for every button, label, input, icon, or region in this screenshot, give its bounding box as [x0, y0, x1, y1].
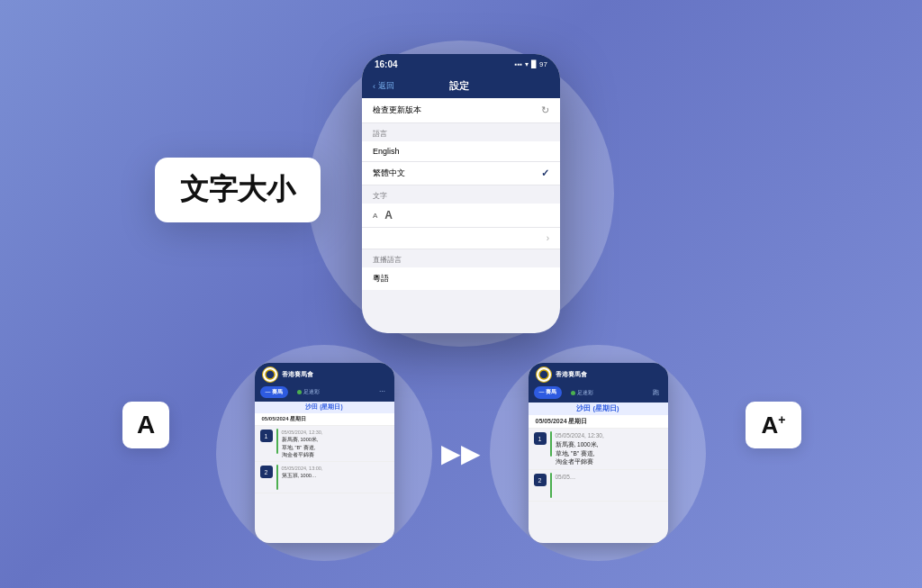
text-section-header: 文字 [362, 185, 560, 204]
phone-navbar: ‹ 返回 設定 [362, 74, 560, 98]
tab-racing-left[interactable]: — 賽馬 [260, 386, 289, 398]
race-bar-1-right [550, 431, 552, 457]
race-num-2-left: 2 [260, 466, 273, 478]
race-bar-1-left [276, 429, 278, 454]
stream-section-header: 直播語言 [362, 249, 560, 267]
lang-check-icon: ✓ [541, 167, 549, 179]
tab-football-left[interactable]: 足迷彩 [292, 386, 325, 398]
mini-phone-left: 香港賽馬會 — 賽馬 足迷彩 ⋯ 沙田 (星期日) 05/05/2024 星期日… [255, 363, 394, 543]
tab-dot-left [297, 390, 302, 394]
race-bar-2-left [276, 465, 278, 490]
status-time: 16:04 [375, 59, 398, 69]
signal-icon: ▪▪▪ [515, 60, 523, 68]
check-update-label: 檢查更新版本 [373, 104, 421, 116]
date-header-right: 沙田 (星期日) [529, 403, 668, 415]
day-label-left: 05/05/2024 星期日 [255, 413, 394, 426]
svg-point-0 [266, 370, 275, 379]
text-size-icons: A A [373, 209, 393, 222]
wifi-icon: ▾ [525, 60, 529, 68]
race-text-2-right: 05/05… [556, 473, 576, 482]
race-text-1-right: 05/05/2024, 12:30, 新馬賽, 1000米, 草地, "B" 賽… [556, 431, 604, 466]
date-header-left: 沙田 (星期日) [255, 402, 394, 413]
text-size-row[interactable]: A A [362, 204, 560, 228]
lang-english-row[interactable]: English [362, 141, 560, 162]
right-circle: 香港賽馬會 — 賽馬 足迷彩 跑 沙田 (星期日) 05/05/2024 星期日… [490, 345, 706, 561]
svg-point-1 [539, 370, 548, 379]
race-text-2-left: 05/05/2024, 13:00, 第五班, 1000… [282, 465, 323, 480]
a-label-text: A [137, 411, 155, 439]
chevron-right-icon: › [547, 233, 549, 243]
hkjc-name-right: 香港賽馬會 [556, 370, 587, 379]
arrow-connector: ▶▶ [441, 439, 481, 468]
mini-header-right: 香港賽馬會 [529, 363, 668, 386]
lang-section-header: 語言 [362, 123, 560, 141]
big-aplus-right: A+ [746, 402, 801, 448]
tab-more-right[interactable]: 跑 [649, 386, 663, 399]
tab-racing-right[interactable]: — 賽馬 [534, 386, 563, 399]
text-large-icon: A [384, 209, 393, 222]
race-num-2-right: 2 [534, 474, 547, 486]
text-slider-row[interactable]: › [362, 228, 560, 249]
race-item-2-right: 2 05/05… [529, 470, 668, 502]
lang-english-label: English [373, 147, 400, 156]
refresh-icon: ↻ [541, 104, 549, 116]
stream-value-label: 粵語 [373, 274, 389, 283]
lang-chinese-row[interactable]: 繁體中文 ✓ [362, 162, 560, 185]
mini-phone-right: 香港賽馬會 — 賽馬 足迷彩 跑 沙田 (星期日) 05/05/2024 星期日… [529, 363, 668, 543]
tooltip-card: 文字大小 [155, 158, 321, 222]
hkjc-name-left: 香港賽馬會 [282, 370, 313, 379]
race-num-1-left: 1 [260, 430, 273, 442]
bottom-section: 香港賽馬會 — 賽馬 足迷彩 ⋯ 沙田 (星期日) 05/05/2024 星期日… [146, 345, 776, 561]
aplus-label-text: A+ [762, 412, 786, 439]
big-a-left: A [122, 402, 169, 448]
mini-tabs-left: — 賽馬 足迷彩 ⋯ [255, 386, 394, 402]
race-text-1-left: 05/05/2024, 12:30, 新馬賽, 1000米, 草地, "B" 賽… [282, 429, 323, 458]
race-item-2-left: 2 05/05/2024, 13:00, 第五班, 1000… [255, 462, 394, 493]
hkjc-logo-left [262, 366, 278, 383]
status-bar: 16:04 ▪▪▪ ▾ ▉ 97 [362, 54, 560, 74]
back-button[interactable]: ‹ 返回 [373, 80, 394, 92]
race-item-1-right: 1 05/05/2024, 12:30, 新馬賽, 1000米, 草地, "B"… [529, 429, 668, 470]
status-icons: ▪▪▪ ▾ ▉ 97 [515, 60, 547, 68]
top-section: 16:04 ▪▪▪ ▾ ▉ 97 ‹ 返回 設定 檢查更新版本 ↻ 語言 Eng… [236, 27, 686, 360]
back-label: 返回 [378, 80, 394, 92]
tab-football-right[interactable]: 足迷彩 [565, 386, 599, 399]
check-update-row[interactable]: 檢查更新版本 ↻ [362, 98, 560, 123]
chevron-left-icon: ‹ [373, 82, 375, 91]
tab-dot-right [571, 391, 575, 395]
mini-tabs-right: — 賽馬 足迷彩 跑 [529, 386, 668, 403]
text-small-icon: A [373, 212, 377, 220]
mini-header-left: 香港賽馬會 [255, 363, 394, 386]
battery-pct: 97 [539, 60, 547, 68]
day-label-right: 05/05/2024 星期日 [529, 415, 668, 429]
phone-frame: 16:04 ▪▪▪ ▾ ▉ 97 ‹ 返回 設定 檢查更新版本 ↻ 語言 Eng… [362, 54, 560, 333]
race-num-1-right: 1 [534, 432, 547, 445]
nav-title: 設定 [449, 79, 469, 93]
race-bar-2-right [550, 473, 552, 498]
hkjc-logo-right [536, 366, 552, 383]
battery-icon: ▉ [531, 60, 537, 68]
stream-value-row[interactable]: 粵語 [362, 267, 560, 290]
race-item-1-left: 1 05/05/2024, 12:30, 新馬賽, 1000米, 草地, "B"… [255, 426, 394, 462]
lang-chinese-label: 繁體中文 [373, 167, 405, 179]
left-circle: 香港賽馬會 — 賽馬 足迷彩 ⋯ 沙田 (星期日) 05/05/2024 星期日… [216, 345, 432, 561]
tab-more-left[interactable]: ⋯ [375, 386, 389, 398]
tooltip-text: 文字大小 [180, 173, 295, 205]
arrow-icon: ▶▶ [441, 439, 481, 467]
